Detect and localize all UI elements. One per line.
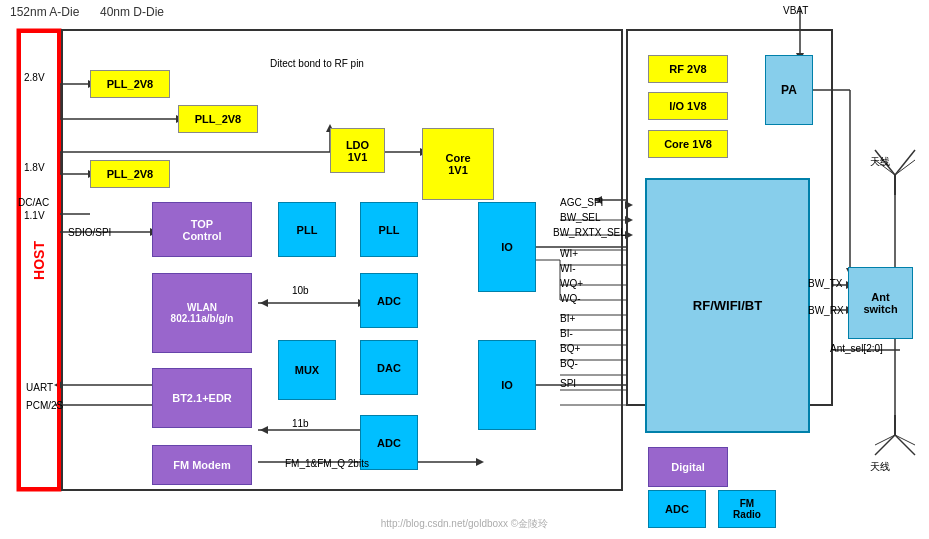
dcac-label: DC/AC	[18, 197, 49, 208]
pll-2v8-box-1: PLL_2V8	[90, 70, 170, 98]
wi-plus-label: WI+	[560, 248, 578, 259]
bq-minus-label: BQ-	[560, 358, 578, 369]
d-die-label: 40nm D-Die	[100, 5, 164, 19]
dac-box: DAC	[360, 340, 418, 395]
diagram: HOST 40nm D-Die Ditect bond to RF pin 15…	[0, 0, 929, 539]
wlan-box: WLAN 802.11a/b/g/n	[152, 273, 252, 353]
sdio-spi-label: SDIO/SPI	[68, 227, 111, 238]
host-box: HOST	[18, 30, 60, 490]
svg-line-59	[895, 435, 915, 445]
agc-spi-label: AGC_SPI	[560, 197, 603, 208]
bw-rxtx-sel-label: BW_RXTX_SEL	[553, 227, 626, 238]
top-control-box: TOP Control	[152, 202, 252, 257]
host-label: HOST	[31, 241, 47, 280]
digital-block: Digital	[648, 447, 728, 487]
v18-label: 1.8V	[24, 162, 45, 173]
bi-plus-label: BI+	[560, 313, 575, 324]
io-bottom: IO	[478, 340, 536, 430]
bq-plus-label: BQ+	[560, 343, 580, 354]
bit-11b-label: 11b	[292, 418, 309, 429]
spi-label: SPI	[560, 378, 576, 389]
io-top: IO	[478, 202, 536, 292]
wq-plus-label: WQ+	[560, 278, 583, 289]
svg-marker-28	[260, 426, 268, 434]
pll-2v8-box-3: PLL_2V8	[90, 160, 170, 188]
wq-minus-label: WQ-	[560, 293, 581, 304]
core-box: Core 1V1	[422, 128, 494, 200]
fm-radio-block: FM Radio	[718, 490, 776, 528]
ant-switch-block: Ant switch	[848, 267, 913, 339]
tian-xian-1: 天线	[870, 155, 890, 169]
pll-2v8-box-2: PLL_2V8	[178, 105, 258, 133]
a-die-label: 152nm A-Die	[10, 5, 79, 19]
uart-label: UART	[26, 382, 53, 393]
adc-top: ADC	[360, 273, 418, 328]
svg-marker-32	[476, 458, 484, 466]
svg-marker-73	[625, 201, 633, 209]
pcm-label: PCM/2S	[26, 400, 63, 411]
adc-adie: ADC	[648, 490, 706, 528]
vbat-label: VBAT	[783, 5, 808, 16]
svg-line-52	[895, 160, 915, 175]
bw-sel-label: BW_SEL	[560, 212, 601, 223]
io-1v8-box: I/O 1V8	[648, 92, 728, 120]
fm-modem-box: FM Modem	[152, 445, 252, 485]
pll-cyan-2: PLL	[360, 202, 418, 257]
bw-rx-label: BW_RX	[808, 305, 844, 316]
svg-rect-1	[62, 30, 622, 490]
mux-box: MUX	[278, 340, 336, 400]
v28-label: 2.8V	[24, 72, 45, 83]
v11-label: 1.1V	[24, 210, 45, 221]
svg-marker-25	[260, 299, 268, 307]
bi-minus-label: BI-	[560, 328, 573, 339]
svg-line-58	[875, 435, 895, 445]
core-1v8-box: Core 1V8	[648, 130, 728, 158]
bit-10b-label: 10b	[292, 285, 309, 296]
ant-sel-label: Ant_sel[2:0]	[830, 343, 883, 354]
svg-line-57	[895, 435, 915, 455]
svg-marker-74	[625, 216, 633, 224]
svg-line-50	[895, 150, 915, 175]
bt-box: BT2.1+EDR	[152, 368, 252, 428]
bond-label: Ditect bond to RF pin	[270, 58, 364, 69]
fm-2bits-label: FM_1&FM_Q 2bits	[285, 458, 369, 469]
watermark: http://blog.csdn.net/goldboxx ©金陵玲	[381, 517, 548, 531]
pll-cyan-1: PLL	[278, 202, 336, 257]
rf-2v8-box: RF 2V8	[648, 55, 728, 83]
ldo-box: LDO 1V1	[330, 128, 385, 173]
tian-xian-2: 天线	[870, 460, 890, 474]
bw-tx-label: BW_TX	[808, 278, 842, 289]
svg-marker-75	[625, 231, 633, 239]
wi-minus-label: WI-	[560, 263, 576, 274]
svg-line-56	[875, 435, 895, 455]
pa-block: PA	[765, 55, 813, 125]
rf-wifi-bt-block: RF/WIFI/BT	[645, 178, 810, 433]
